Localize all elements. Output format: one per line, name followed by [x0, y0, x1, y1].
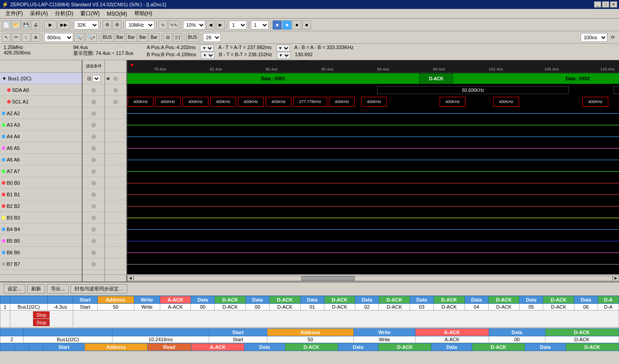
th-dack7: D-ACK — [543, 296, 574, 304]
x-icon-f2-1: ⊗ — [113, 75, 118, 82]
t3-data4: Data — [525, 343, 566, 351]
menu-help[interactable]: 帮助(H) — [131, 9, 156, 18]
a-b-val: A - B = A - B = 333.333KHz — [295, 45, 354, 52]
filter-bus1-select[interactable]: ▼ — [92, 75, 100, 82]
th-dack6: D-ACK — [488, 296, 519, 304]
bar-btn4[interactable]: Bar — [149, 33, 159, 42]
settings-btn[interactable]: 设定... — [4, 284, 25, 294]
a2-line — [127, 113, 619, 114]
sync-btn[interactable]: 封包与波形同步设定... — [71, 284, 127, 294]
channel-panel: ▼ Bus1 (I2C) SDA A0 SCL A1 A2 A2 A3 A3 A… — [0, 60, 83, 274]
a4-line — [127, 136, 619, 137]
data-table-1: Start Address Write A-ACK Data D-ACK Dat… — [0, 296, 619, 327]
sample-depth-select[interactable]: 32K64K128K — [74, 21, 99, 29]
wave-btn[interactable]: ∿ — [158, 21, 167, 29]
maximize-btn[interactable]: □ — [602, 1, 609, 8]
val2-select[interactable]: 12 — [251, 21, 269, 29]
hscrollbar-thumb[interactable] — [301, 276, 355, 281]
pos-row1: A Pos:A Pos:-4.202ms ▼ A - T = A-T = 237… — [147, 45, 613, 52]
bt-select[interactable]: ▼ — [277, 52, 291, 59]
filter-row-a4: ⊗ — [83, 131, 104, 142]
stop-btn-1[interactable]: Stop — [33, 311, 50, 318]
trigger-pct-select[interactable]: 10%20%50% — [183, 21, 205, 29]
color-btn2[interactable]: ■ — [282, 21, 291, 29]
bar-btn1[interactable]: Bar — [115, 33, 125, 42]
bar-btn2[interactable]: Bar — [126, 33, 137, 42]
cursor-btn[interactable]: ↖ — [2, 33, 11, 42]
loading-indicator: ⟳ — [608, 33, 617, 42]
b4-label: B4 B4 — [7, 227, 20, 232]
color-btn1[interactable]: ■ — [273, 21, 282, 29]
cursor3-btn[interactable]: ↕ — [21, 33, 30, 42]
refresh-btn[interactable]: 刷新 — [27, 284, 45, 294]
bus1-triangle[interactable]: ▼ — [2, 76, 7, 81]
pos-a-select[interactable]: ▼ — [200, 45, 214, 52]
run-all-btn[interactable]: ▶▶ — [58, 21, 70, 29]
bar-btn3[interactable]: Bar — [137, 33, 148, 42]
cursor4-btn[interactable]: ⊕ — [31, 33, 40, 42]
channel-a7: A7 A7 — [0, 165, 82, 177]
t3-dack2: D-ACK — [378, 343, 432, 351]
icon-btn2[interactable]: ⚙ — [112, 21, 121, 29]
app-icon: ⚡ — [2, 1, 8, 8]
t2-r1-time: 10.2416ms — [112, 336, 209, 343]
scroll-right-btn[interactable]: ▶ — [613, 276, 619, 281]
freq-140k: 140.845KHz — [614, 86, 619, 94]
close-btn[interactable]: ✕ — [610, 1, 617, 8]
grid-icon: ⊞ — [87, 75, 91, 82]
minimize-btn[interactable]: _ — [594, 1, 601, 8]
channel-a4: A4 A4 — [0, 131, 82, 142]
zoom-val-select[interactable]: 2613 — [203, 33, 221, 42]
filter-panel-2: ◀ ⊗ ⊗ ⊗ — [105, 60, 127, 274]
wave-btn2[interactable]: ∿∿ — [168, 21, 179, 29]
print-btn[interactable]: 🖨 — [31, 21, 40, 29]
b0-dot — [2, 181, 5, 185]
icon-btn1[interactable]: ⚙ — [103, 21, 112, 29]
save-btn[interactable]: 💾 — [21, 21, 30, 29]
scope-btn[interactable]: ⊟ — [163, 33, 172, 42]
time-pos-select[interactable]: 100ns50ns — [581, 33, 607, 42]
trig-right-btn[interactable]: ▶ — [216, 21, 225, 29]
t3-address: Address — [85, 343, 147, 351]
color-btn3[interactable]: ■ — [292, 21, 301, 29]
bus2-btn[interactable]: BUS — [186, 33, 199, 42]
filter-row-b3: ⊗ — [83, 212, 104, 223]
scroll-left-btn[interactable]: ◀ — [127, 276, 133, 281]
menu-file[interactable]: 文件(F) — [2, 9, 26, 18]
hscrollbar[interactable] — [133, 276, 613, 281]
bus-icon-btn[interactable]: BUS — [101, 33, 114, 42]
clock-rate-select[interactable]: 10MHz20MHz — [125, 21, 154, 29]
val1-select[interactable]: 12 — [229, 21, 247, 29]
a5-dot — [2, 146, 5, 150]
zoom-out-btn[interactable]: 🔍- — [74, 33, 84, 42]
open-btn[interactable]: 📂 — [12, 21, 21, 29]
stop-btn-2[interactable]: Stop — [33, 319, 50, 326]
channel-b5: B5 B5 — [0, 235, 82, 247]
new-btn[interactable]: 📄 — [2, 21, 11, 29]
bus-data-0x02: Data : 0X02 — [453, 73, 619, 84]
menu-window[interactable]: 窗口(W) — [77, 9, 103, 18]
trig-left-btn[interactable]: ◀ — [206, 21, 215, 29]
menu-sample[interactable]: 采样(A) — [26, 9, 51, 18]
scl-freq-2: 400KHz — [155, 97, 181, 107]
x-icon-b4: ⊗ — [91, 226, 96, 233]
pos-b-select[interactable]: ▼ — [201, 52, 215, 59]
b7-label: B7 B7 — [7, 261, 20, 267]
export-btn[interactable]: 导出... — [47, 284, 69, 294]
th-data6: Data — [465, 296, 488, 304]
run-btn[interactable]: ▶ — [44, 21, 57, 29]
zoom-in-btn[interactable]: 🔍+ — [85, 33, 97, 42]
menu-mso[interactable]: MSO(M) — [103, 10, 130, 18]
filter2-row-b6 — [105, 247, 126, 258]
menu-analysis[interactable]: 分析(D) — [51, 9, 77, 18]
menu-bar: 文件(F) 采样(A) 分析(D) 窗口(W) MSO(M) 帮助(H) — [0, 9, 619, 19]
color-btn4[interactable]: ■ — [302, 21, 311, 29]
time-div-select[interactable]: 800ns400ns200ns — [44, 33, 73, 42]
scope2-btn[interactable]: |↑| — [173, 33, 182, 42]
sep11 — [99, 33, 99, 41]
b4-line — [127, 229, 619, 230]
t2-r1-write: Write — [354, 336, 415, 343]
at-select[interactable]: ▼ — [276, 45, 290, 52]
b6-line — [127, 252, 619, 253]
cursor2-btn[interactable]: ✂ — [12, 33, 21, 42]
